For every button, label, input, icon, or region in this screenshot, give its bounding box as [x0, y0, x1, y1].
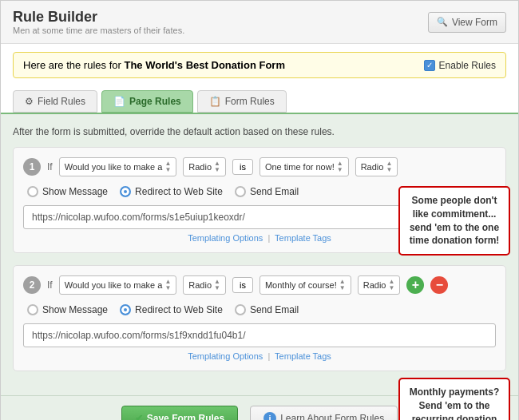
rule-1-condition-select[interactable]: Would you like to make a ▲▼ [59, 157, 177, 176]
callout-1: Some people don't like commitment... sen… [398, 186, 510, 256]
rule-1-is-select[interactable]: is [232, 159, 253, 175]
rule-1-header: 1 If Would you like to make a ▲▼ Radio ▲… [23, 157, 496, 176]
rule-2-url-input[interactable] [23, 323, 496, 347]
header-left: Rule Builder Men at some time are master… [13, 9, 184, 35]
rule-2-header: 2 If Would you like to make a ▲▼ Radio ▲… [23, 275, 496, 295]
rule-2-condition-select[interactable]: Would you like to make a ▲▼ [59, 275, 177, 295]
page-wrapper: Rule Builder Men at some time are master… [0, 0, 519, 420]
show-message-radio[interactable] [27, 186, 38, 197]
rule-1-number: 1 [23, 158, 41, 176]
page-subtitle: Men at some time are masters of their fa… [13, 26, 184, 35]
redirect-web-radio[interactable] [120, 186, 131, 197]
page-title: Rule Builder [13, 9, 184, 26]
rule-2-add-button[interactable]: + [406, 276, 424, 294]
rule-2-action-row: Show Message Redirect to Web Site Send E… [23, 304, 496, 315]
rule-block-2: 2 If Would you like to make a ▲▼ Radio ▲… [13, 265, 506, 371]
rule-2-condition-type[interactable]: Radio ▲▼ [183, 275, 226, 295]
save-form-rules-button[interactable]: ✔ Save Form Rules [121, 406, 238, 420]
form-name: The World's Best Donation Form [124, 59, 284, 71]
rule-2-send-email[interactable]: Send Email [235, 304, 299, 315]
enable-rules-toggle[interactable]: ✓ Enable Rules [424, 60, 496, 71]
r2-redirect-web-radio[interactable] [120, 304, 131, 315]
rules-banner: Here are the rules for The World's Best … [13, 52, 506, 78]
value-arrows-icon: ▲▼ [337, 160, 343, 173]
callout-2: Monthly payments? Send 'em to the recurr… [398, 378, 510, 420]
rule-2-value-type[interactable]: Radio ▲▼ [358, 275, 401, 295]
rule-2-templating-options-link[interactable]: Templating Options [188, 351, 263, 361]
rule-2-show-message[interactable]: Show Message [27, 304, 108, 315]
rule-2-value-select[interactable]: Monthly of course! ▲▼ [260, 275, 351, 295]
rule-1-send-email[interactable]: Send Email [235, 186, 299, 197]
rule-2-is-select[interactable]: is [232, 277, 253, 293]
tab-field-rules[interactable]: ⚙ Field Rules [13, 90, 97, 113]
r2-show-message-radio[interactable] [27, 304, 38, 315]
learn-about-form-rules-button[interactable]: i Learn About Form Rules [250, 406, 398, 420]
rule-1-if: If [47, 161, 53, 172]
checkmark-icon: ✔ [135, 413, 143, 420]
rule-1-redirect-web[interactable]: Redirect to Web Site [120, 186, 223, 197]
rule-1-show-message[interactable]: Show Message [27, 186, 108, 197]
rule-2-template-tags-link[interactable]: Template Tags [275, 351, 331, 361]
form-rules-icon: 📋 [209, 96, 221, 107]
rule-1-value-select[interactable]: One time for now! ▲▼ [260, 157, 349, 176]
tabs-row: ⚙ Field Rules 📄 Page Rules 📋 Form Rules [1, 86, 518, 113]
description: After the form is submitted, override th… [13, 126, 506, 137]
view-form-button[interactable]: View Form [428, 12, 506, 33]
enable-rules-checkbox[interactable]: ✓ [424, 60, 435, 71]
field-rules-icon: ⚙ [25, 96, 34, 107]
r2-condition-arrows-icon: ▲▼ [164, 279, 171, 291]
banner-text: Here are the rules for The World's Best … [23, 59, 285, 71]
value-type-arrows-icon: ▲▼ [386, 160, 392, 173]
rule-2-number: 2 [23, 276, 41, 294]
type-arrows-icon: ▲▼ [214, 160, 220, 173]
rule-2-if: If [47, 279, 53, 291]
rule-1-value-type[interactable]: Radio ▲▼ [355, 157, 398, 176]
rule-1-condition-type[interactable]: Radio ▲▼ [183, 157, 226, 176]
rule-2-redirect-web[interactable]: Redirect to Web Site [120, 304, 223, 315]
info-icon: i [263, 412, 276, 420]
page-rules-icon: 📄 [113, 96, 125, 107]
condition-arrows-icon: ▲▼ [164, 160, 171, 173]
r2-send-email-radio[interactable] [235, 304, 246, 315]
tab-page-rules[interactable]: 📄 Page Rules [101, 90, 193, 113]
r2-value-arrows-icon: ▲▼ [339, 279, 346, 291]
tab-form-rules[interactable]: 📋 Form Rules [197, 90, 287, 113]
main-content: After the form is submitted, override th… [1, 113, 518, 395]
rule-2-remove-button[interactable]: − [430, 276, 448, 294]
rule-2-template-links: Templating Options | Template Tags [23, 351, 496, 361]
r2-type-arrows-icon: ▲▼ [214, 279, 220, 291]
header: Rule Builder Men at some time are master… [1, 1, 518, 44]
rule-1-template-tags-link[interactable]: Template Tags [275, 233, 331, 243]
rule-1-templating-options-link[interactable]: Templating Options [188, 233, 263, 243]
send-email-radio[interactable] [235, 186, 246, 197]
r2-value-type-arrows-icon: ▲▼ [388, 279, 394, 291]
